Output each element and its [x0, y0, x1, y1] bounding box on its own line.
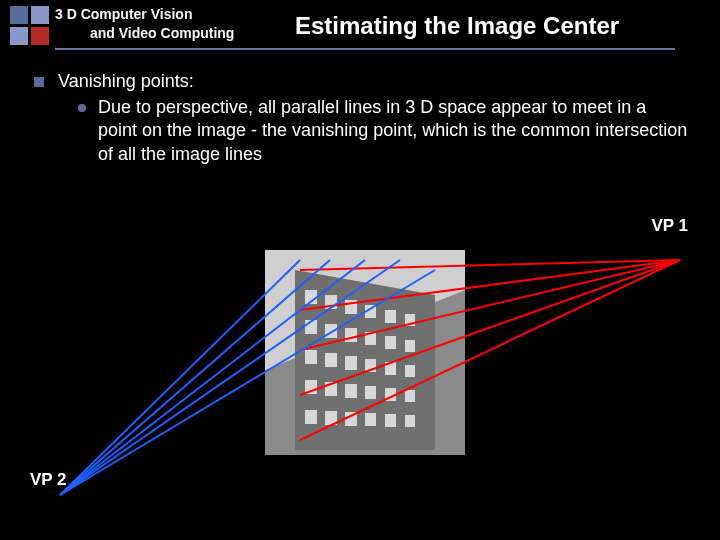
building-image	[265, 250, 465, 455]
svg-rect-29	[325, 411, 337, 425]
svg-rect-10	[305, 320, 317, 334]
slide: 3 D Computer Vision and Video Computing …	[0, 0, 720, 540]
square-bullet-icon	[34, 77, 44, 87]
header-line-2: and Video Computing	[90, 25, 234, 41]
svg-rect-25	[365, 386, 376, 399]
svg-rect-8	[385, 310, 396, 323]
svg-rect-22	[305, 380, 317, 394]
svg-rect-4	[305, 290, 317, 304]
logo-squares	[10, 6, 49, 45]
title-underline	[55, 48, 675, 50]
svg-rect-19	[365, 359, 376, 372]
logo-square-4	[31, 27, 49, 45]
vp1-label: VP 1	[651, 216, 688, 236]
bullet-main: Vanishing points:	[34, 70, 674, 93]
bullet-sub: Due to perspective, all parallel lines i…	[78, 96, 688, 166]
svg-rect-7	[365, 305, 376, 318]
svg-rect-27	[405, 390, 415, 402]
slide-title: Estimating the Image Center	[295, 12, 619, 40]
svg-rect-21	[405, 365, 415, 377]
svg-rect-15	[405, 340, 415, 352]
vp2-label: VP 2	[30, 470, 67, 490]
svg-rect-24	[345, 384, 357, 398]
svg-rect-26	[385, 388, 396, 401]
bullet-sub-text: Due to perspective, all parallel lines i…	[98, 96, 688, 166]
bullet-main-text: Vanishing points:	[58, 70, 194, 93]
svg-rect-14	[385, 336, 396, 349]
svg-rect-31	[365, 413, 376, 426]
logo-square-2	[31, 6, 49, 24]
svg-rect-11	[325, 324, 337, 338]
header-line-1: 3 D Computer Vision	[55, 6, 192, 22]
svg-rect-32	[385, 414, 396, 427]
svg-rect-18	[345, 356, 357, 370]
svg-rect-6	[345, 300, 357, 314]
circle-bullet-icon	[78, 104, 86, 112]
svg-line-39	[60, 260, 300, 495]
svg-rect-30	[345, 412, 357, 426]
svg-rect-13	[365, 332, 376, 345]
svg-rect-20	[385, 362, 396, 375]
logo-square-1	[10, 6, 28, 24]
logo-square-3	[10, 27, 28, 45]
svg-rect-17	[325, 353, 337, 367]
svg-rect-5	[325, 295, 337, 309]
svg-rect-28	[305, 410, 317, 424]
svg-rect-9	[405, 314, 415, 326]
svg-rect-33	[405, 415, 415, 427]
svg-rect-12	[345, 328, 357, 342]
svg-rect-16	[305, 350, 317, 364]
svg-rect-23	[325, 382, 337, 396]
